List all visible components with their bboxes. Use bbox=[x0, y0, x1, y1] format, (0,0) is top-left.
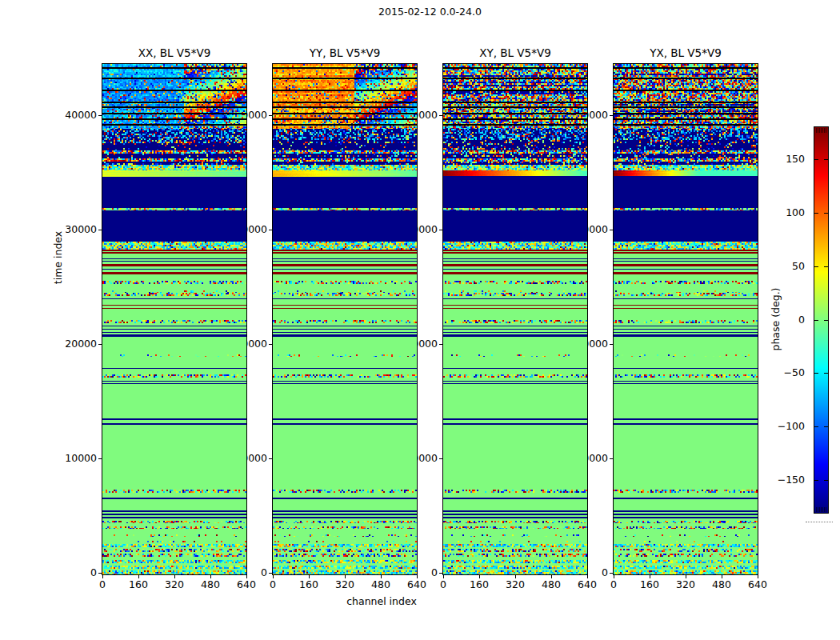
heatmap-canvas bbox=[614, 64, 758, 574]
x-tick-label: 480 bbox=[702, 578, 742, 591]
x-tick-mark bbox=[614, 575, 614, 578]
x-tick-mark bbox=[174, 575, 175, 578]
colorbar-label: phase (deg.) bbox=[770, 288, 782, 351]
heatmap-panel bbox=[442, 63, 588, 575]
x-tick-mark bbox=[443, 575, 444, 578]
x-tick-mark bbox=[246, 575, 247, 578]
figure-title: 2015-02-12 0.0-24.0 bbox=[102, 6, 758, 18]
x-tick-mark bbox=[417, 575, 418, 578]
heatmap-panel bbox=[613, 63, 758, 575]
x-tick-label: 160 bbox=[118, 578, 158, 591]
x-tick-label: 320 bbox=[325, 578, 365, 591]
colorbar-canvas bbox=[814, 127, 828, 513]
x-tick-mark bbox=[650, 575, 650, 578]
y-tick-mark bbox=[610, 573, 613, 574]
y-tick-label: 0 bbox=[49, 566, 97, 579]
x-tick-label: 320 bbox=[666, 578, 706, 591]
panel-title: YY, BL V5*V9 bbox=[273, 46, 417, 59]
y-tick-mark bbox=[269, 573, 272, 574]
heatmap-panel bbox=[272, 63, 418, 575]
y-axis-label: time index bbox=[52, 231, 64, 284]
heatmap-canvas bbox=[443, 64, 587, 574]
x-tick-mark bbox=[551, 575, 552, 578]
x-tick-mark bbox=[758, 575, 758, 578]
y-tick-mark bbox=[610, 115, 613, 116]
y-tick-mark bbox=[98, 344, 102, 345]
x-tick-label: 320 bbox=[154, 578, 194, 591]
y-tick-mark bbox=[610, 344, 613, 345]
x-tick-mark bbox=[722, 575, 722, 578]
x-tick-mark bbox=[210, 575, 211, 578]
x-axis-label: channel index bbox=[346, 595, 417, 607]
x-tick-label: 640 bbox=[738, 578, 778, 591]
colorbar-dotted-line bbox=[806, 522, 833, 522]
y-tick-mark bbox=[439, 115, 442, 116]
heatmap-canvas bbox=[273, 64, 417, 574]
x-tick-label: 160 bbox=[459, 578, 499, 591]
x-tick-label: 320 bbox=[495, 578, 535, 591]
y-tick-mark bbox=[439, 573, 442, 574]
colorbar-tick-label: 100 bbox=[757, 206, 805, 219]
y-tick-label: 10000 bbox=[49, 452, 97, 465]
x-tick-mark bbox=[273, 575, 274, 578]
colorbar-tick-label: 50 bbox=[757, 260, 805, 273]
y-tick-mark bbox=[98, 115, 102, 116]
panel-title: YX, BL V5*V9 bbox=[614, 46, 758, 59]
x-tick-mark bbox=[345, 575, 346, 578]
y-tick-mark bbox=[610, 230, 613, 230]
x-tick-mark bbox=[381, 575, 382, 578]
figure: 2015-02-12 0.0-24.0 time index channel i… bbox=[0, 0, 840, 640]
x-tick-label: 0 bbox=[423, 578, 463, 591]
x-tick-label: 480 bbox=[531, 578, 571, 591]
colorbar-tick-label: −100 bbox=[757, 420, 805, 433]
y-tick-mark bbox=[269, 230, 272, 230]
y-tick-mark bbox=[98, 458, 102, 459]
x-tick-mark bbox=[587, 575, 588, 578]
x-tick-mark bbox=[515, 575, 516, 578]
y-tick-label: 40000 bbox=[49, 109, 97, 122]
y-tick-mark bbox=[269, 115, 272, 116]
y-tick-mark bbox=[98, 573, 102, 574]
x-tick-label: 0 bbox=[253, 578, 293, 591]
x-tick-mark bbox=[479, 575, 480, 578]
y-tick-mark bbox=[439, 458, 442, 459]
x-tick-label: 0 bbox=[82, 578, 122, 591]
x-tick-label: 480 bbox=[361, 578, 401, 591]
x-tick-label: 160 bbox=[630, 578, 670, 591]
colorbar-tick-label: −150 bbox=[757, 474, 805, 486]
x-tick-label: 0 bbox=[594, 578, 634, 591]
colorbar-tick-label: −50 bbox=[757, 366, 805, 379]
y-tick-mark bbox=[269, 344, 272, 345]
y-tick-mark bbox=[269, 458, 272, 459]
colorbar-tick-label: 150 bbox=[757, 153, 805, 166]
y-tick-mark bbox=[98, 230, 102, 230]
x-tick-label: 160 bbox=[289, 578, 329, 591]
heatmap-panel bbox=[102, 63, 247, 575]
x-tick-mark bbox=[102, 575, 103, 578]
y-tick-mark bbox=[439, 230, 442, 230]
y-tick-mark bbox=[610, 458, 613, 459]
heatmap-canvas bbox=[102, 64, 246, 574]
y-tick-label: 20000 bbox=[49, 338, 97, 350]
x-tick-mark bbox=[309, 575, 310, 578]
x-tick-label: 480 bbox=[190, 578, 230, 591]
colorbar-bar bbox=[814, 126, 829, 514]
panel-title: XY, BL V5*V9 bbox=[443, 46, 587, 59]
x-tick-mark bbox=[686, 575, 686, 578]
x-tick-mark bbox=[138, 575, 139, 578]
y-tick-mark bbox=[439, 344, 442, 345]
panel-title: XX, BL V5*V9 bbox=[102, 46, 246, 59]
